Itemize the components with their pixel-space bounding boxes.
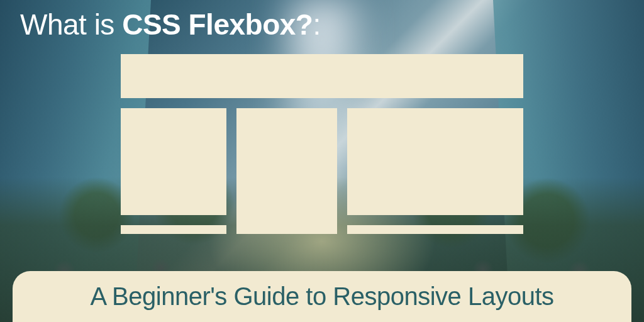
- layout-box-right: [347, 108, 523, 215]
- layout-footer-right: [347, 225, 523, 234]
- title-suffix: :: [313, 8, 320, 41]
- layout-right-column: [347, 108, 523, 215]
- hero-content: What is CSS Flexbox?: A Beginner's Guide…: [0, 0, 644, 322]
- subtitle: A Beginner's Guide to Responsive Layouts: [38, 282, 606, 311]
- subtitle-bar: A Beginner's Guide to Responsive Layouts: [13, 271, 631, 322]
- layout-footer-left: [121, 225, 226, 234]
- title-prefix: What is: [20, 8, 122, 41]
- title-bold: CSS Flexbox?: [122, 8, 313, 41]
- layout-footer-spacer: [236, 225, 337, 234]
- layout-box-center: [236, 108, 337, 234]
- layout-header-block: [121, 54, 523, 98]
- layout-middle-row: [121, 108, 523, 215]
- layout-box-left: [121, 108, 226, 215]
- flexbox-diagram-container: [19, 54, 625, 252]
- page-title: What is CSS Flexbox?:: [20, 8, 625, 42]
- flexbox-diagram: [121, 54, 523, 252]
- layout-bottom-row: [121, 225, 523, 234]
